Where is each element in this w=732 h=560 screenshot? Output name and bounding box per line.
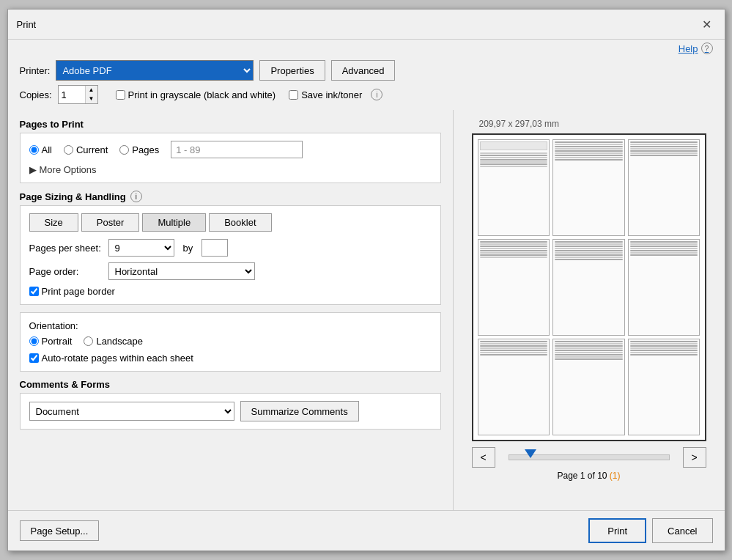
help-link[interactable]: Help ? [679, 43, 713, 54]
pages-radio[interactable] [119, 145, 129, 155]
next-page-button[interactable]: > [683, 447, 706, 468]
portrait-label: Portrait [42, 336, 73, 347]
sizing-title: Page Sizing & Handling [20, 191, 126, 202]
pages-radio-item[interactable]: Pages [119, 144, 159, 155]
help-icon: ? [701, 43, 713, 54]
comments-forms-title: Comments & Forms [20, 379, 441, 390]
save-ink-label: Save ink/toner [301, 89, 362, 100]
more-options-toggle[interactable]: ▶ More Options [29, 164, 432, 175]
summarize-comments-button[interactable]: Summarize Comments [240, 401, 359, 421]
print-button[interactable]: Print [588, 518, 646, 543]
all-radio[interactable] [29, 145, 39, 155]
size-tab[interactable]: Size [29, 213, 78, 232]
pages-range-input[interactable] [171, 141, 303, 158]
portrait-radio[interactable] [29, 336, 39, 346]
pages-section-box: All Current Pages ▶ [20, 133, 441, 183]
copies-down-button[interactable]: ▼ [86, 95, 97, 103]
pages-to-print-section: Pages to Print All Current P [20, 119, 441, 183]
page-info: Page 1 of 10 (1) [557, 471, 620, 481]
multiple-tab[interactable]: Multiple [142, 213, 206, 232]
progress-indicator [525, 449, 536, 458]
dialog-title: Print [17, 19, 37, 30]
dialog-footer: Page Setup... Print Cancel [8, 510, 725, 550]
cancel-button[interactable]: Cancel [652, 518, 712, 543]
title-bar: Print ✕ [8, 10, 725, 40]
advanced-button[interactable]: Advanced [331, 60, 396, 81]
page-setup-button[interactable]: Page Setup... [20, 520, 100, 541]
mini-page-6 [628, 239, 700, 336]
dialog-body: Pages to Print All Current P [8, 110, 725, 510]
printer-label: Printer: [20, 65, 51, 76]
printer-select[interactable]: Adobe PDF Microsoft Print to PDF OneNote [56, 60, 254, 81]
comments-box: Document Document and Markups Document a… [20, 393, 441, 430]
copies-input[interactable] [59, 86, 85, 103]
preview-box [472, 133, 706, 441]
booklet-tab[interactable]: Booklet [209, 213, 271, 232]
mini-page-5 [552, 239, 625, 336]
nav-row: < > [472, 447, 706, 468]
mini-page-4 [478, 239, 550, 336]
by-label: by [183, 243, 193, 254]
pages-label: Pages [132, 144, 159, 155]
current-radio[interactable] [64, 145, 73, 155]
preview-size-text: 209,97 x 297,03 mm [479, 119, 559, 129]
save-ink-info-icon[interactable]: i [371, 89, 382, 100]
mini-page-2 [552, 139, 625, 236]
orientation-section: Orientation: Portrait Landscape [20, 312, 441, 372]
current-radio-item[interactable]: Current [64, 144, 108, 155]
pages-per-sheet-label: Pages per sheet: [29, 243, 103, 254]
comments-forms-section: Comments & Forms Document Document and M… [20, 379, 441, 430]
landscape-radio-item[interactable]: Landscape [84, 336, 143, 347]
preview-area: 209,97 x 297,03 mm [472, 119, 706, 501]
page-order-label: Page order: [29, 266, 103, 277]
save-ink-checkbox[interactable] [289, 90, 298, 100]
left-panel: Pages to Print All Current P [8, 110, 454, 510]
page-count-badge: (1) [610, 471, 621, 481]
pages-per-sheet-row: Pages per sheet: 9 1 2 4 6 16 by [29, 239, 432, 257]
current-label: Current [76, 144, 108, 155]
print-dialog: Print ✕ Help ? Printer: Adobe PDF Micros… [7, 9, 725, 551]
sizing-info-icon[interactable]: i [130, 191, 142, 202]
landscape-label: Landscape [96, 336, 143, 347]
auto-rotate-row[interactable]: Auto-rotate pages within each sheet [29, 353, 432, 364]
prev-page-button[interactable]: < [472, 447, 495, 468]
mini-page-1 [478, 139, 550, 236]
mini-page-lines [480, 141, 548, 234]
mini-page-8 [552, 339, 625, 435]
page-order-select[interactable]: Horizontal Horizontal Reversed Vertical … [108, 262, 255, 280]
orientation-box: Orientation: Portrait Landscape [20, 312, 441, 372]
poster-tab[interactable]: Poster [81, 213, 140, 232]
page-sizing-section: Page Sizing & Handling i Size Poster Mul… [20, 191, 441, 305]
progress-bar-container [500, 447, 679, 468]
close-button[interactable]: ✕ [698, 15, 716, 33]
sizing-box: Size Poster Multiple Booklet Pages per s… [20, 205, 441, 305]
pages-per-sheet-select[interactable]: 9 1 2 4 6 16 [108, 239, 174, 257]
orientation-radio-row: Portrait Landscape [29, 336, 432, 347]
orientation-title: Orientation: [29, 320, 432, 331]
copies-up-button[interactable]: ▲ [86, 86, 97, 95]
properties-button[interactable]: Properties [259, 60, 325, 81]
comments-row: Document Document and Markups Document a… [29, 401, 432, 421]
page-order-row: Page order: Horizontal Horizontal Revers… [29, 262, 432, 280]
progress-bar [509, 454, 670, 460]
portrait-radio-item[interactable]: Portrait [29, 336, 73, 347]
mini-page-3 [628, 139, 700, 236]
pages-section-title: Pages to Print [20, 119, 441, 130]
right-panel: 209,97 x 297,03 mm [454, 110, 725, 510]
footer-right: Print Cancel [588, 518, 712, 543]
more-options-label: More Options [40, 164, 97, 175]
pages-radio-row: All Current Pages [29, 141, 432, 158]
more-options-arrow: ▶ [29, 164, 37, 175]
all-radio-item[interactable]: All [29, 144, 52, 155]
print-page-border-row[interactable]: Print page border [29, 286, 432, 297]
landscape-radio[interactable] [84, 336, 93, 346]
print-page-border-checkbox[interactable] [29, 287, 39, 296]
auto-rotate-checkbox[interactable] [29, 353, 39, 363]
all-label: All [42, 144, 52, 155]
print-page-border-label: Print page border [42, 286, 115, 297]
by-cols-input[interactable] [202, 239, 228, 257]
copies-label: Copies: [20, 89, 52, 100]
grayscale-checkbox[interactable] [116, 90, 125, 100]
comments-select[interactable]: Document Document and Markups Document a… [29, 402, 234, 421]
mini-page-9 [628, 339, 700, 435]
